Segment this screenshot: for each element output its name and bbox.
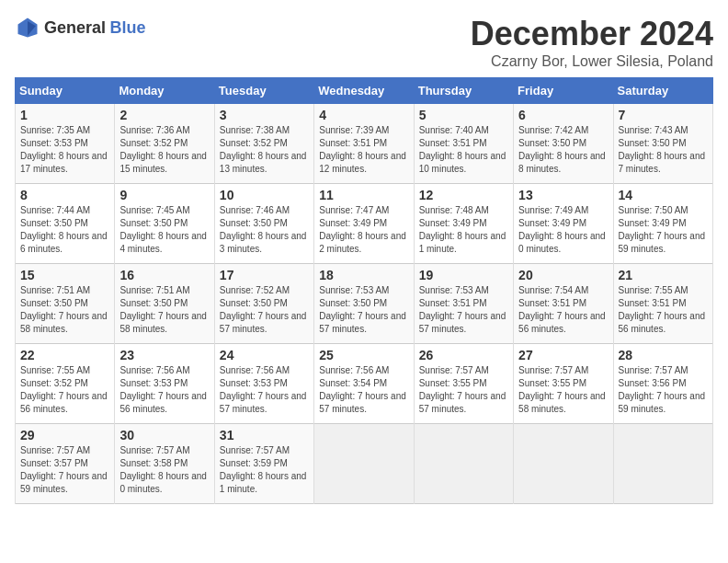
- weekday-header-wednesday: Wednesday: [314, 78, 414, 104]
- day-number: 17: [220, 268, 309, 282]
- day-info: Sunrise: 7:49 AMSunset: 3:49 PMDaylight:…: [518, 205, 606, 254]
- calendar-day-14: 14 Sunrise: 7:50 AMSunset: 3:49 PMDaylig…: [613, 184, 712, 264]
- day-info: Sunrise: 7:44 AMSunset: 3:50 PMDaylight:…: [20, 205, 108, 254]
- day-info: Sunrise: 7:53 AMSunset: 3:51 PMDaylight:…: [419, 285, 506, 334]
- day-number: 8: [20, 188, 109, 202]
- calendar-day-24: 24 Sunrise: 7:56 AMSunset: 3:53 PMDaylig…: [214, 344, 313, 424]
- day-info: Sunrise: 7:42 AMSunset: 3:50 PMDaylight:…: [518, 125, 606, 174]
- day-info: Sunrise: 7:56 AMSunset: 3:53 PMDaylight:…: [119, 365, 207, 414]
- day-number: 2: [119, 108, 209, 122]
- day-info: Sunrise: 7:56 AMSunset: 3:53 PMDaylight:…: [220, 365, 307, 414]
- day-info: Sunrise: 7:39 AMSunset: 3:51 PMDaylight:…: [319, 125, 406, 174]
- empty-cell: [414, 424, 513, 504]
- month-title: December 2024: [471, 15, 713, 53]
- week-row-5: 29 Sunrise: 7:57 AMSunset: 3:57 PMDaylig…: [16, 424, 713, 504]
- weekday-header-monday: Monday: [115, 78, 214, 104]
- calendar-day-3: 3 Sunrise: 7:38 AMSunset: 3:52 PMDayligh…: [214, 104, 313, 184]
- calendar-day-5: 5 Sunrise: 7:40 AMSunset: 3:51 PMDayligh…: [414, 104, 513, 184]
- calendar-day-7: 7 Sunrise: 7:43 AMSunset: 3:50 PMDayligh…: [613, 104, 712, 184]
- day-number: 13: [518, 188, 608, 202]
- calendar-day-2: 2 Sunrise: 7:36 AMSunset: 3:52 PMDayligh…: [115, 104, 214, 184]
- weekday-header-thursday: Thursday: [414, 78, 513, 104]
- weekday-header-row: SundayMondayTuesdayWednesdayThursdayFrid…: [16, 78, 713, 104]
- week-row-4: 22 Sunrise: 7:55 AMSunset: 3:52 PMDaylig…: [16, 344, 713, 424]
- day-info: Sunrise: 7:56 AMSunset: 3:54 PMDaylight:…: [319, 365, 406, 414]
- day-number: 23: [119, 348, 209, 362]
- calendar-day-20: 20 Sunrise: 7:54 AMSunset: 3:51 PMDaylig…: [514, 264, 613, 344]
- day-number: 15: [20, 268, 109, 282]
- day-number: 4: [319, 108, 408, 122]
- day-number: 3: [220, 108, 309, 122]
- title-area: December 2024 Czarny Bor, Lower Silesia,…: [471, 15, 713, 70]
- calendar-day-1: 1 Sunrise: 7:35 AMSunset: 3:53 PMDayligh…: [16, 104, 115, 184]
- day-info: Sunrise: 7:47 AMSunset: 3:49 PMDaylight:…: [319, 205, 406, 254]
- calendar-day-22: 22 Sunrise: 7:55 AMSunset: 3:52 PMDaylig…: [16, 344, 115, 424]
- weekday-header-friday: Friday: [514, 78, 613, 104]
- logo-icon: [15, 15, 40, 40]
- day-number: 10: [220, 188, 309, 202]
- day-info: Sunrise: 7:43 AMSunset: 3:50 PMDaylight:…: [619, 125, 706, 174]
- day-number: 27: [518, 348, 608, 362]
- calendar-day-11: 11 Sunrise: 7:47 AMSunset: 3:49 PMDaylig…: [314, 184, 414, 264]
- week-row-2: 8 Sunrise: 7:44 AMSunset: 3:50 PMDayligh…: [16, 184, 713, 264]
- day-info: Sunrise: 7:57 AMSunset: 3:56 PMDaylight:…: [619, 365, 706, 414]
- calendar-day-18: 18 Sunrise: 7:53 AMSunset: 3:50 PMDaylig…: [314, 264, 414, 344]
- day-info: Sunrise: 7:57 AMSunset: 3:59 PMDaylight:…: [220, 445, 307, 494]
- calendar-day-8: 8 Sunrise: 7:44 AMSunset: 3:50 PMDayligh…: [16, 184, 115, 264]
- calendar-day-21: 21 Sunrise: 7:55 AMSunset: 3:51 PMDaylig…: [613, 264, 712, 344]
- day-number: 12: [419, 188, 508, 202]
- header: General Blue December 2024 Czarny Bor, L…: [15, 15, 713, 70]
- day-number: 28: [619, 348, 708, 362]
- week-row-1: 1 Sunrise: 7:35 AMSunset: 3:53 PMDayligh…: [16, 104, 713, 184]
- day-number: 18: [319, 268, 408, 282]
- day-info: Sunrise: 7:50 AMSunset: 3:49 PMDaylight:…: [619, 205, 706, 254]
- day-info: Sunrise: 7:54 AMSunset: 3:51 PMDaylight:…: [518, 285, 606, 334]
- day-number: 31: [220, 428, 309, 442]
- day-number: 21: [619, 268, 708, 282]
- calendar-day-19: 19 Sunrise: 7:53 AMSunset: 3:51 PMDaylig…: [414, 264, 513, 344]
- day-info: Sunrise: 7:46 AMSunset: 3:50 PMDaylight:…: [220, 205, 307, 254]
- day-number: 29: [20, 428, 109, 442]
- day-info: Sunrise: 7:51 AMSunset: 3:50 PMDaylight:…: [119, 285, 207, 334]
- day-number: 26: [419, 348, 508, 362]
- calendar-day-16: 16 Sunrise: 7:51 AMSunset: 3:50 PMDaylig…: [115, 264, 214, 344]
- day-number: 6: [518, 108, 608, 122]
- weekday-header-sunday: Sunday: [16, 78, 115, 104]
- day-info: Sunrise: 7:53 AMSunset: 3:50 PMDaylight:…: [319, 285, 406, 334]
- calendar-day-26: 26 Sunrise: 7:57 AMSunset: 3:55 PMDaylig…: [414, 344, 513, 424]
- calendar-day-17: 17 Sunrise: 7:52 AMSunset: 3:50 PMDaylig…: [214, 264, 313, 344]
- weekday-header-tuesday: Tuesday: [214, 78, 313, 104]
- day-info: Sunrise: 7:57 AMSunset: 3:57 PMDaylight:…: [20, 445, 108, 494]
- day-info: Sunrise: 7:57 AMSunset: 3:55 PMDaylight:…: [518, 365, 606, 414]
- day-info: Sunrise: 7:51 AMSunset: 3:50 PMDaylight:…: [20, 285, 108, 334]
- day-info: Sunrise: 7:52 AMSunset: 3:50 PMDaylight:…: [220, 285, 307, 334]
- day-info: Sunrise: 7:57 AMSunset: 3:55 PMDaylight:…: [419, 365, 506, 414]
- calendar-day-23: 23 Sunrise: 7:56 AMSunset: 3:53 PMDaylig…: [115, 344, 214, 424]
- empty-cell: [514, 424, 613, 504]
- day-number: 11: [319, 188, 408, 202]
- calendar-day-12: 12 Sunrise: 7:48 AMSunset: 3:49 PMDaylig…: [414, 184, 513, 264]
- location-title: Czarny Bor, Lower Silesia, Poland: [471, 53, 713, 70]
- calendar-day-13: 13 Sunrise: 7:49 AMSunset: 3:49 PMDaylig…: [514, 184, 613, 264]
- calendar-day-15: 15 Sunrise: 7:51 AMSunset: 3:50 PMDaylig…: [16, 264, 115, 344]
- day-info: Sunrise: 7:38 AMSunset: 3:52 PMDaylight:…: [220, 125, 307, 174]
- calendar-day-27: 27 Sunrise: 7:57 AMSunset: 3:55 PMDaylig…: [514, 344, 613, 424]
- empty-cell: [314, 424, 414, 504]
- week-row-3: 15 Sunrise: 7:51 AMSunset: 3:50 PMDaylig…: [16, 264, 713, 344]
- day-number: 25: [319, 348, 408, 362]
- logo-blue-text: Blue: [110, 18, 146, 37]
- day-number: 20: [518, 268, 608, 282]
- day-info: Sunrise: 7:45 AMSunset: 3:50 PMDaylight:…: [119, 205, 207, 254]
- logo: General Blue: [15, 15, 146, 40]
- calendar-table: SundayMondayTuesdayWednesdayThursdayFrid…: [15, 77, 713, 504]
- calendar-day-6: 6 Sunrise: 7:42 AMSunset: 3:50 PMDayligh…: [514, 104, 613, 184]
- day-number: 5: [419, 108, 508, 122]
- day-number: 1: [20, 108, 109, 122]
- day-info: Sunrise: 7:48 AMSunset: 3:49 PMDaylight:…: [419, 205, 506, 254]
- calendar-day-9: 9 Sunrise: 7:45 AMSunset: 3:50 PMDayligh…: [115, 184, 214, 264]
- day-info: Sunrise: 7:57 AMSunset: 3:58 PMDaylight:…: [119, 445, 207, 494]
- calendar-day-29: 29 Sunrise: 7:57 AMSunset: 3:57 PMDaylig…: [16, 424, 115, 504]
- day-info: Sunrise: 7:55 AMSunset: 3:52 PMDaylight:…: [20, 365, 108, 414]
- calendar-day-28: 28 Sunrise: 7:57 AMSunset: 3:56 PMDaylig…: [613, 344, 712, 424]
- weekday-header-saturday: Saturday: [613, 78, 712, 104]
